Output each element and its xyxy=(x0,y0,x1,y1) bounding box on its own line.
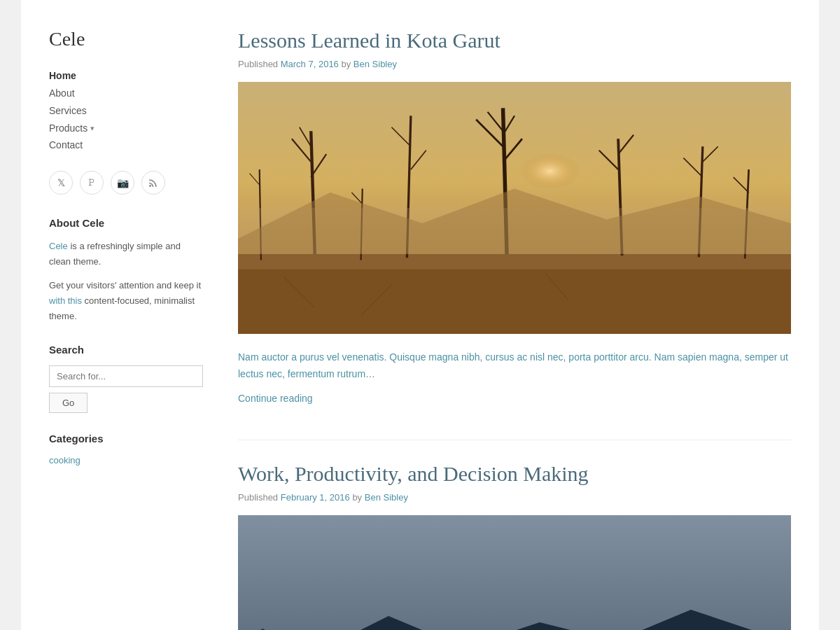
nav-item-services[interactable]: Services xyxy=(49,105,203,117)
nav-item-contact[interactable]: Contact xyxy=(49,139,203,151)
post-1-published-label: Published xyxy=(238,59,278,69)
categories-section: Categories cooking xyxy=(49,433,203,466)
post-2-published-label: Published xyxy=(238,492,278,503)
post-2-author-link[interactable]: Ben Sibley xyxy=(365,492,408,503)
post-1-meta: Published March 7, 2016 by Ben Sibley xyxy=(238,59,791,69)
post-1-excerpt: Nam auctor a purus vel venenatis. Quisqu… xyxy=(238,349,791,383)
search-button[interactable]: Go xyxy=(49,393,88,413)
post-1-by-label: by xyxy=(341,59,351,69)
search-section: Search Go xyxy=(49,344,203,413)
search-title: Search xyxy=(49,344,203,356)
nav-item-home[interactable]: Home xyxy=(49,70,203,82)
main-nav: Home About Services Products ▾ Contact xyxy=(49,70,203,151)
post-2-title: Work, Productivity, and Decision Making xyxy=(238,461,791,486)
post-2-by-label: by xyxy=(352,492,362,503)
post-1-author-link[interactable]: Ben Sibley xyxy=(354,59,397,69)
about-section: About Cele Cele is a refreshingly simple… xyxy=(49,217,203,324)
nav-link-about[interactable]: About xyxy=(49,88,75,99)
categories-title: Categories xyxy=(49,433,203,444)
nav-link-contact[interactable]: Contact xyxy=(49,139,83,150)
post-1: Lessons Learned in Kota Garut Published … xyxy=(238,28,791,405)
instagram-icon[interactable]: 📷 xyxy=(111,171,134,195)
twitter-icon[interactable]: 𝕏 xyxy=(49,171,73,195)
about-cele-link[interactable]: Cele xyxy=(49,241,68,251)
svg-rect-4 xyxy=(238,270,791,334)
post-1-continue-reading[interactable]: Continue reading xyxy=(238,393,313,404)
pinterest-icon[interactable]: 𝙿 xyxy=(80,171,104,195)
about-paragraph-1: Cele is a refreshingly simple and clean … xyxy=(49,239,203,270)
about-with-this-link[interactable]: with this xyxy=(49,295,82,306)
post-1-title-link[interactable]: Lessons Learned in Kota Garut xyxy=(238,29,500,52)
site-title: Cele xyxy=(49,28,203,50)
svg-rect-34 xyxy=(238,515,791,630)
rss-icon[interactable] xyxy=(141,171,165,195)
products-dropdown-arrow[interactable]: ▾ xyxy=(90,124,94,133)
post-2: Work, Productivity, and Decision Making … xyxy=(238,461,791,630)
post-2-title-link[interactable]: Work, Productivity, and Decision Making xyxy=(238,462,589,485)
social-icons: 𝕏 𝙿 📷 xyxy=(49,171,203,195)
post-divider xyxy=(238,440,791,440)
sidebar: Cele Home About Services Products ▾ xyxy=(49,28,231,630)
nav-link-services[interactable]: Services xyxy=(49,105,87,116)
categories-list: cooking xyxy=(49,454,203,466)
svg-point-0 xyxy=(149,185,151,187)
about-paragraph-2: Get your visitors' attention and keep it… xyxy=(49,278,203,324)
post-1-date-link[interactable]: March 7, 2016 xyxy=(281,59,339,69)
post-2-meta: Published February 1, 2016 by Ben Sibley xyxy=(238,492,791,503)
nav-item-about[interactable]: About xyxy=(49,88,203,99)
about-text-2-prefix: Get your visitors' attention and keep it xyxy=(49,280,201,290)
nav-item-products[interactable]: Products ▾ xyxy=(49,122,203,134)
nav-link-home[interactable]: Home xyxy=(49,70,76,81)
post-2-image xyxy=(238,515,791,630)
post-1-image xyxy=(238,82,791,334)
search-input[interactable] xyxy=(49,365,203,387)
category-link-cooking[interactable]: cooking xyxy=(49,455,80,465)
nav-menu: Home About Services Products ▾ Contact xyxy=(49,70,203,151)
nav-link-products[interactable]: Products xyxy=(49,122,88,134)
category-item[interactable]: cooking xyxy=(49,454,203,466)
post-1-title: Lessons Learned in Kota Garut xyxy=(238,28,791,53)
post-2-date-link[interactable]: February 1, 2016 xyxy=(281,492,350,503)
about-text-1: is a refreshingly simple and clean theme… xyxy=(49,241,181,267)
about-title: About Cele xyxy=(49,217,203,229)
main-content: Lessons Learned in Kota Garut Published … xyxy=(231,28,791,630)
